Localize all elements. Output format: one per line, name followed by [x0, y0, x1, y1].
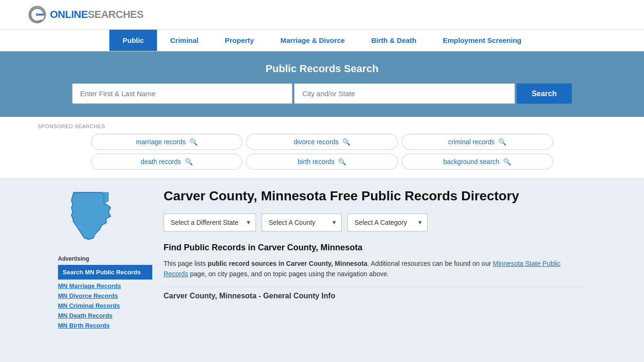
nav-birth-death[interactable]: Birth & Death	[358, 30, 429, 51]
sponsored-grid: marriage records 🔍 divorce records 🔍 cri…	[63, 134, 581, 170]
logo[interactable]: ONLINESEARCHES	[28, 6, 143, 24]
search-icon-5: 🔍	[338, 158, 346, 165]
sponsored-marriage[interactable]: marriage records 🔍	[91, 134, 242, 150]
desc-text-1: This page lists	[164, 260, 207, 267]
search-icon-3: 🔍	[498, 138, 506, 146]
search-banner: Public Records Search Search	[0, 51, 644, 117]
search-form: Search	[72, 83, 572, 104]
sponsored-death-label: death records	[140, 158, 181, 165]
sidebar-link-divorce[interactable]: MN Divorce Records	[58, 291, 152, 300]
sidebar-link-birth[interactable]: MN Birth Records	[58, 321, 152, 330]
sponsored-criminal[interactable]: criminal records 🔍	[402, 134, 553, 150]
search-banner-title: Public Records Search	[28, 63, 616, 75]
section-description: This page lists public record sources in…	[164, 258, 586, 280]
nav-public[interactable]: Public	[109, 30, 157, 51]
sidebar-link-marriage[interactable]: MN Marriage Records	[58, 281, 152, 290]
content-area: Advertising Search MN Public Records MN …	[30, 179, 614, 339]
search-icon-2: 🔍	[342, 138, 350, 146]
location-input[interactable]	[294, 83, 514, 104]
mn-state-map	[58, 188, 124, 245]
sidebar-links: MN Marriage Records MN Divorce Records M…	[58, 281, 152, 330]
sidebar: Advertising Search MN Public Records MN …	[58, 188, 152, 330]
state-dropdown-wrap: Select a Different State ▼	[164, 214, 256, 231]
nav-employment[interactable]: Employment Screening	[429, 30, 535, 51]
category-dropdown-wrap: Select A Category ▼	[347, 214, 428, 231]
sponsored-section: SPONSORED SEARCHES marriage records 🔍 di…	[0, 117, 644, 179]
search-icon-1: 🔍	[190, 138, 198, 146]
desc-bold: public record sources in Carver County, …	[207, 260, 367, 267]
search-icon-4: 🔍	[185, 158, 193, 165]
sponsored-marriage-label: marriage records	[136, 138, 186, 146]
state-dropdown[interactable]: Select a Different State	[164, 214, 256, 231]
sidebar-link-death[interactable]: MN Death Records	[58, 311, 152, 320]
svg-point-1	[36, 13, 39, 16]
county-dropdown-wrap: Select A County ▼	[262, 214, 342, 231]
page-title: Carver County, Minnesota Free Public Rec…	[164, 188, 586, 204]
site-header: ONLINESEARCHES	[0, 0, 644, 30]
main-content: Carver County, Minnesota Free Public Rec…	[164, 188, 586, 330]
nav-property[interactable]: Property	[212, 30, 267, 51]
logo-text: ONLINESEARCHES	[50, 8, 143, 21]
desc-text-2: . Additional resources can be found on o…	[367, 260, 493, 267]
category-dropdown[interactable]: Select A Category	[347, 214, 428, 231]
sponsored-divorce[interactable]: divorce records 🔍	[246, 134, 397, 150]
name-input[interactable]	[72, 83, 292, 104]
sponsored-birth-label: birth records	[298, 158, 335, 165]
search-button[interactable]: Search	[517, 83, 572, 104]
county-info-title: Carver County, Minnesota - General Count…	[164, 287, 586, 305]
nav-marriage-divorce[interactable]: Marriage & Divorce	[267, 30, 358, 51]
sponsored-background[interactable]: background search 🔍	[402, 154, 553, 170]
sponsored-criminal-label: criminal records	[448, 138, 495, 146]
dropdowns-row: Select a Different State ▼ Select A Coun…	[164, 214, 586, 231]
sponsored-background-label: background search	[443, 158, 499, 165]
nav-criminal[interactable]: Criminal	[157, 30, 212, 51]
advertising-label: Advertising	[58, 255, 152, 262]
county-dropdown[interactable]: Select A County	[262, 214, 342, 231]
section-title: Find Public Records in Carver County, Mi…	[164, 243, 586, 253]
search-icon-6: 🔍	[503, 158, 511, 165]
logo-icon	[28, 6, 46, 24]
sponsored-divorce-label: divorce records	[294, 138, 339, 146]
sponsored-label: SPONSORED SEARCHES	[9, 123, 635, 129]
main-nav: Public Criminal Property Marriage & Divo…	[0, 30, 644, 51]
sidebar-link-criminal[interactable]: MN Criminal Records	[58, 301, 152, 310]
desc-text-3: page, on city pages, and on topic pages …	[188, 270, 389, 278]
sponsored-death[interactable]: death records 🔍	[91, 154, 242, 170]
sponsored-birth[interactable]: birth records 🔍	[246, 154, 397, 170]
sidebar-highlight[interactable]: Search MN Public Records	[58, 265, 152, 280]
